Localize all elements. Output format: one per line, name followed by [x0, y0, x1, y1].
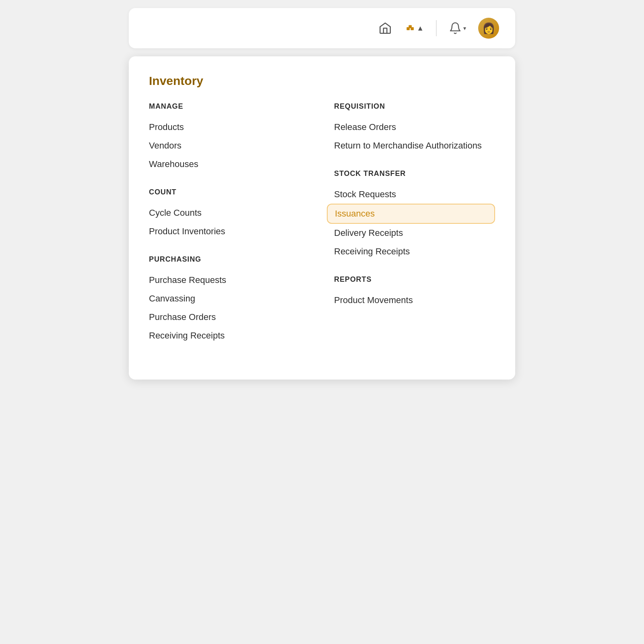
right-column: REQUISITION Release Orders Return to Mer…	[334, 102, 495, 359]
cycle-counts-link[interactable]: Cycle Counts	[149, 204, 310, 222]
navbar-inner: ▲ ▾ 👩	[129, 8, 515, 48]
inventory-dropdown: Inventory MANAGE Products Vendors Wareho…	[129, 56, 515, 380]
delivery-receipts-link[interactable]: Delivery Receipts	[334, 224, 495, 242]
dropdown-columns: MANAGE Products Vendors Warehouses COUNT…	[149, 102, 495, 359]
manage-label: MANAGE	[149, 102, 310, 111]
stock-transfer-section: STOCK TRANSFER Stock Requests Issuances …	[334, 169, 495, 261]
requisition-section: REQUISITION Release Orders Return to Mer…	[334, 102, 495, 155]
home-nav-icon[interactable]	[376, 19, 394, 37]
navbar: ▲ ▾ 👩	[0, 0, 644, 56]
product-movements-link[interactable]: Product Movements	[334, 291, 495, 310]
products-link[interactable]: Products	[149, 118, 310, 136]
stock-transfer-label: STOCK TRANSFER	[334, 169, 495, 178]
vendors-link[interactable]: Vendors	[149, 136, 310, 155]
bell-chevron-icon: ▾	[463, 25, 466, 31]
purchasing-label: PURCHASING	[149, 255, 310, 264]
requisition-label: REQUISITION	[334, 102, 495, 111]
stock-requests-link[interactable]: Stock Requests	[334, 185, 495, 204]
purchasing-section: PURCHASING Purchase Requests Canvassing …	[149, 255, 310, 345]
svg-rect-2	[409, 25, 412, 28]
nav-divider	[436, 20, 437, 36]
issuances-link[interactable]: Issuances	[327, 204, 495, 224]
product-inventories-link[interactable]: Product Inventories	[149, 222, 310, 241]
purchase-requests-link[interactable]: Purchase Requests	[149, 271, 310, 289]
avatar[interactable]: 👩	[478, 18, 499, 39]
reports-section: REPORTS Product Movements	[334, 275, 495, 310]
manage-section: MANAGE Products Vendors Warehouses	[149, 102, 310, 173]
chevron-down-icon: ▲	[417, 24, 424, 33]
return-merchandise-link[interactable]: Return to Merchandise Authorizations	[334, 136, 495, 155]
bell-nav-container[interactable]: ▾	[449, 22, 466, 35]
dropdown-title: Inventory	[149, 74, 495, 88]
warehouses-link[interactable]: Warehouses	[149, 155, 310, 173]
reports-label: REPORTS	[334, 275, 495, 284]
release-orders-link[interactable]: Release Orders	[334, 118, 495, 136]
right-receiving-receipts-link[interactable]: Receiving Receipts	[334, 242, 495, 261]
canvassing-link[interactable]: Canvassing	[149, 289, 310, 308]
purchase-orders-link[interactable]: Purchase Orders	[149, 308, 310, 326]
inventory-nav-icon[interactable]: ▲	[406, 19, 424, 37]
left-receiving-receipts-link[interactable]: Receiving Receipts	[149, 326, 310, 345]
dropdown-area: Inventory MANAGE Products Vendors Wareho…	[129, 56, 515, 380]
left-column: MANAGE Products Vendors Warehouses COUNT…	[149, 102, 310, 359]
count-label: COUNT	[149, 188, 310, 196]
count-section: COUNT Cycle Counts Product Inventories	[149, 188, 310, 241]
